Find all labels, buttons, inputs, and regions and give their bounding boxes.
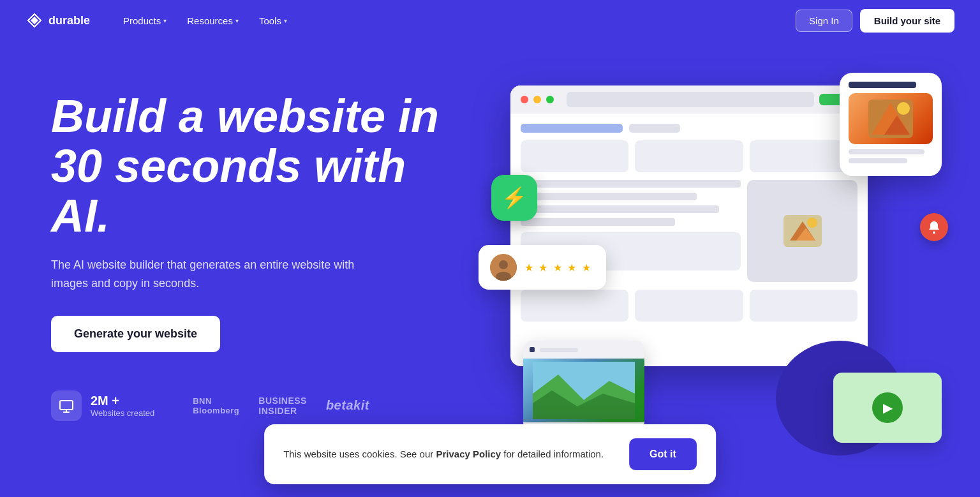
nav-products[interactable]: Products ▾ bbox=[115, 10, 174, 31]
press-betakit: betakit bbox=[326, 398, 369, 413]
phone-mockup bbox=[840, 73, 942, 176]
review-card: ★ ★ ★ ★ ★ bbox=[479, 245, 606, 290]
phone-detail-2 bbox=[849, 158, 907, 163]
logo[interactable]: durable bbox=[26, 11, 90, 29]
phone-image bbox=[849, 93, 933, 144]
stat-label: Websites created bbox=[91, 408, 154, 418]
monitor-icon bbox=[51, 390, 82, 421]
navbar: durable Products ▾ Resources ▾ Tools ▾ S… bbox=[0, 0, 980, 41]
browser-content bbox=[510, 114, 868, 332]
map-card bbox=[523, 341, 644, 430]
hero-subtitle: The AI website builder that generates an… bbox=[51, 256, 370, 293]
nav-resources[interactable]: Resources ▾ bbox=[179, 10, 246, 31]
chevron-down-icon: ▾ bbox=[235, 17, 239, 24]
map-header-dot bbox=[530, 347, 535, 352]
nav-links: Products ▾ Resources ▾ Tools ▾ bbox=[115, 10, 796, 31]
build-site-button[interactable]: Build your site bbox=[860, 9, 954, 33]
chevron-down-icon: ▾ bbox=[163, 17, 167, 24]
privacy-policy-link[interactable]: Privacy Policy bbox=[436, 449, 501, 459]
hero-title: Build a website in 30 seconds with AI. bbox=[51, 92, 447, 241]
play-button[interactable]: ▶ bbox=[872, 392, 903, 423]
cookie-text-part1: This website uses cookies. See our bbox=[283, 449, 436, 459]
lightning-icon: ⚡ bbox=[501, 186, 527, 210]
window-dot-red bbox=[521, 96, 528, 103]
stat-websites: 2M + Websites created bbox=[51, 390, 154, 421]
lightning-badge: ⚡ bbox=[491, 175, 537, 221]
chevron-down-icon: ▾ bbox=[284, 17, 287, 24]
review-stars: ★ ★ ★ ★ ★ bbox=[524, 262, 592, 274]
browser-url-bar bbox=[567, 92, 814, 107]
svg-point-4 bbox=[807, 218, 817, 228]
svg-point-12 bbox=[933, 232, 935, 234]
video-card: ▶ bbox=[833, 373, 942, 443]
browser-mockup bbox=[510, 85, 868, 366]
signin-button[interactable]: Sign In bbox=[796, 10, 852, 32]
press-bnn: BNNBloomberg bbox=[193, 396, 239, 415]
svg-point-6 bbox=[499, 260, 508, 269]
stats-row: 2M + Websites created BNNBloomberg BUSIN… bbox=[51, 390, 447, 421]
hero-left: Build a website in 30 seconds with AI. T… bbox=[51, 73, 447, 421]
nav-tools[interactable]: Tools ▾ bbox=[251, 10, 295, 31]
cookie-banner: This website uses cookies. See our Priva… bbox=[264, 424, 716, 484]
press-logos: BNNBloomberg BUSINESSINSIDER betakit bbox=[193, 396, 369, 416]
generate-website-button[interactable]: Generate your website bbox=[51, 316, 220, 352]
svg-point-11 bbox=[897, 102, 910, 115]
nav-actions: Sign In Build your site bbox=[796, 9, 954, 33]
press-businessinsider: BUSINESSINSIDER bbox=[258, 396, 307, 416]
phone-detail-1 bbox=[849, 149, 924, 154]
stat-text: 2M + Websites created bbox=[91, 394, 154, 418]
brand-name: durable bbox=[48, 14, 90, 27]
cookie-text-part2: for detailed information. bbox=[501, 449, 604, 459]
reviewer-avatar bbox=[490, 254, 517, 281]
hero-right: ⚡ ★ ★ ★ ★ ★ bbox=[472, 73, 929, 456]
map-header bbox=[523, 341, 644, 359]
accept-cookies-button[interactable]: Got it bbox=[629, 438, 697, 470]
phone-line-1 bbox=[849, 82, 916, 88]
browser-bar bbox=[510, 85, 868, 114]
window-dot-green bbox=[546, 96, 554, 103]
notification-badge bbox=[920, 213, 948, 241]
hero-section: Build a website in 30 seconds with AI. T… bbox=[0, 41, 980, 481]
play-icon: ▶ bbox=[883, 400, 893, 415]
window-dot-yellow bbox=[533, 96, 541, 103]
stat-count: 2M + bbox=[91, 394, 154, 408]
map-body bbox=[523, 359, 644, 422]
cookie-text: This website uses cookies. See our Priva… bbox=[283, 447, 604, 462]
svg-rect-0 bbox=[60, 401, 73, 410]
